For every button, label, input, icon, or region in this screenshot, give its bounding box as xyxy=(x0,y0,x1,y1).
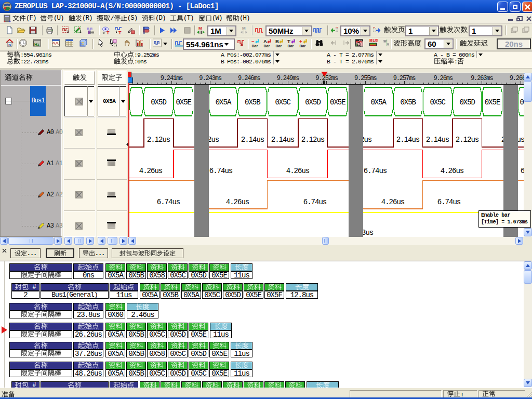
svg-text:2.14us: 2.14us xyxy=(271,136,295,144)
svg-text:6.74us: 6.74us xyxy=(364,167,387,175)
svg-text:4.26us: 4.26us xyxy=(381,198,405,206)
svg-text:9.266ms: 9.266ms xyxy=(510,75,525,82)
svg-text:2.14us: 2.14us xyxy=(426,136,449,144)
svg-text:0X5A: 0X5A xyxy=(370,98,387,107)
svg-text:6.74us: 6.74us xyxy=(437,198,461,206)
svg-text:A: A xyxy=(263,38,267,44)
svg-text:0X5D: 0X5D xyxy=(305,98,321,107)
svg-text:0X5D: 0X5D xyxy=(151,98,166,107)
svg-text:6.74us: 6.74us xyxy=(157,198,180,206)
svg-text:4.26us: 4.26us xyxy=(139,167,163,175)
svg-text:0X5E: 0X5E xyxy=(176,98,191,107)
svg-text:0X5E: 0X5E xyxy=(485,98,500,107)
svg-text:T: T xyxy=(107,30,110,35)
svg-text:BUS: BUS xyxy=(369,38,378,43)
svg-text:2.14us: 2.14us xyxy=(396,136,420,144)
svg-text:2.12us: 2.12us xyxy=(147,136,170,144)
svg-text:0X5E: 0X5E xyxy=(330,98,345,107)
svg-text:Bar: Bar xyxy=(276,44,282,48)
svg-text:Hz: Hz xyxy=(34,42,39,47)
svg-text:4.26us: 4.26us xyxy=(286,167,310,175)
svg-text:4.26us: 4.26us xyxy=(441,167,464,175)
svg-text:9.243ms: 9.243ms xyxy=(199,75,222,82)
svg-text:Bar: Bar xyxy=(252,44,258,48)
svg-text:Bar: Bar xyxy=(288,44,294,48)
svg-text:B: B xyxy=(275,38,279,44)
svg-text:0X5B: 0X5B xyxy=(245,98,260,107)
svg-text:9.255ms: 9.255ms xyxy=(354,75,377,82)
svg-text:9.257ms: 9.257ms xyxy=(393,75,416,82)
svg-text:0X5A: 0X5A xyxy=(216,98,232,107)
svg-text:Bar: Bar xyxy=(264,44,270,48)
svg-text:9.249ms: 9.249ms xyxy=(277,75,300,82)
svg-text:2.12us: 2.12us xyxy=(456,136,479,144)
svg-text:9.26ms: 9.26ms xyxy=(433,75,453,82)
svg-text:Bar: Bar xyxy=(300,44,306,48)
svg-text:6.74us: 6.74us xyxy=(209,167,233,175)
svg-text:T: T xyxy=(118,30,122,35)
svg-text:0X5B: 0X5B xyxy=(400,98,416,107)
svg-text:T: T xyxy=(287,38,290,44)
svg-text:4.26us: 4.26us xyxy=(226,198,249,206)
svg-text:9.252ms: 9.252ms xyxy=(315,75,338,82)
svg-text:2.14us: 2.14us xyxy=(241,136,264,144)
svg-text:6.74us: 6.74us xyxy=(303,198,327,206)
svg-text:2.12us: 2.12us xyxy=(301,136,325,144)
svg-text:9.263ms: 9.263ms xyxy=(471,75,494,82)
svg-text:0X5D: 0X5D xyxy=(459,98,475,107)
svg-text:M: M xyxy=(198,26,202,31)
svg-text:N: N xyxy=(8,43,11,47)
svg-text:−: − xyxy=(251,38,255,44)
svg-text:9.246ms: 9.246ms xyxy=(238,75,261,82)
svg-text:+: + xyxy=(299,38,302,44)
svg-text:9.241ms: 9.241ms xyxy=(161,75,183,82)
svg-text:0X5C: 0X5C xyxy=(275,98,290,107)
svg-text:M: M xyxy=(242,26,246,31)
svg-text:0X5C: 0X5C xyxy=(430,98,445,107)
